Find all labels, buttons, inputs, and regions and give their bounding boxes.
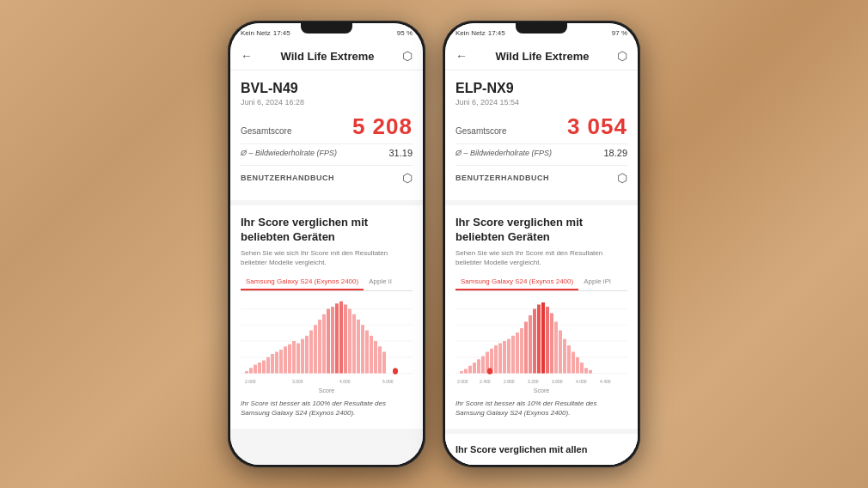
- chart-1: 2.000 3.000 4.000 5.000: [241, 298, 413, 384]
- svg-rect-63: [524, 322, 528, 374]
- score-value-1: 5 208: [352, 113, 413, 140]
- svg-rect-9: [262, 361, 266, 374]
- svg-rect-22: [318, 320, 321, 374]
- tab-apple-2[interactable]: Apple iPl: [578, 274, 616, 290]
- app-content-1: BVL-N49 Juni 6, 2024 16:28 Gesamtscore 5…: [230, 70, 423, 465]
- score-row-2: Gesamtscore 3 054: [455, 113, 627, 140]
- svg-rect-65: [533, 309, 536, 374]
- svg-rect-30: [352, 314, 356, 374]
- svg-text:2.400: 2.400: [480, 378, 490, 384]
- svg-rect-6: [249, 368, 253, 373]
- svg-rect-51: [473, 363, 476, 374]
- user-manual-share-icon-1[interactable]: ⬡: [402, 171, 413, 185]
- svg-rect-26: [335, 303, 339, 373]
- tab-samsung-2[interactable]: Samsung Galaxy S24 (Exynos 2400): [455, 274, 578, 290]
- svg-rect-76: [580, 363, 584, 374]
- svg-rect-5: [245, 371, 248, 374]
- svg-rect-77: [584, 368, 588, 373]
- svg-rect-59: [507, 339, 510, 374]
- time-label-1: 17:45: [273, 29, 290, 37]
- svg-rect-52: [477, 359, 480, 373]
- score-section-1: BVL-N49 Juni 6, 2024 16:28 Gesamtscore 5…: [230, 70, 423, 200]
- svg-rect-56: [494, 345, 498, 374]
- device-name-1: BVL-N49: [241, 81, 413, 96]
- fps-row-2: Ø – Bildwiederholrate (FPS) 18.29: [455, 143, 627, 162]
- svg-rect-60: [511, 336, 515, 374]
- app-header-1: ← Wild Life Extreme ⬡: [230, 42, 423, 70]
- svg-rect-24: [327, 309, 330, 374]
- svg-rect-23: [322, 314, 326, 374]
- svg-text:2.000: 2.000: [457, 378, 468, 384]
- network-label-2: Kein Netz: [455, 29, 486, 37]
- tabs-2: Samsung Galaxy S24 (Exynos 2400) Apple i…: [455, 274, 627, 291]
- svg-rect-8: [258, 363, 261, 374]
- comparison-title-1: Ihr Score verglichen mit beliebten Gerät…: [241, 216, 413, 245]
- svg-rect-70: [554, 322, 558, 374]
- bottom-section-2: Ihr Score verglichen mit allen: [445, 434, 638, 465]
- user-manual-row-2: BENUTZERHANDBUCH ⬡: [455, 165, 627, 190]
- svg-rect-67: [541, 302, 545, 374]
- svg-rect-74: [572, 352, 575, 374]
- score-value-2: 3 054: [567, 113, 627, 140]
- svg-rect-7: [254, 365, 257, 374]
- svg-rect-17: [296, 344, 300, 374]
- back-button-2[interactable]: ←: [455, 49, 468, 63]
- time-label-2: 17:45: [488, 29, 505, 37]
- comparison-section-2: Ihr Score verglichen mit beliebten Gerät…: [445, 205, 638, 429]
- score-label-1: Gesamtscore: [241, 126, 291, 136]
- svg-rect-16: [292, 341, 296, 374]
- camera-notch-1: [301, 23, 352, 34]
- svg-rect-50: [468, 366, 472, 374]
- tab-samsung-1[interactable]: Samsung Galaxy S24 (Exynos 2400): [241, 274, 364, 290]
- user-manual-share-icon-2[interactable]: ⬡: [617, 171, 627, 185]
- svg-rect-49: [464, 369, 468, 374]
- svg-rect-71: [559, 331, 562, 374]
- svg-rect-53: [481, 357, 485, 374]
- svg-rect-31: [357, 320, 360, 374]
- tab-apple-1[interactable]: Apple iI: [364, 274, 397, 290]
- bottom-section-title-2: Ihr Score verglichen mit allen: [455, 444, 627, 454]
- svg-rect-57: [498, 344, 502, 374]
- camera-notch-2: [516, 23, 567, 34]
- svg-text:4.400: 4.400: [600, 378, 610, 384]
- share-button-1[interactable]: ⬡: [402, 49, 413, 63]
- fps-row-1: Ø – Bildwiederholrate (FPS) 31.19: [241, 143, 413, 162]
- fps-value-2: 18.29: [603, 148, 627, 158]
- svg-rect-35: [374, 341, 377, 374]
- comparison-title-2: Ihr Score verglichen mit beliebten Gerät…: [455, 216, 627, 245]
- share-button-2[interactable]: ⬡: [617, 49, 627, 63]
- svg-rect-69: [550, 314, 553, 374]
- svg-text:4.000: 4.000: [339, 378, 350, 384]
- svg-rect-66: [537, 305, 541, 374]
- result-text-1: Ihr Score ist besser als 100% der Result…: [241, 399, 413, 418]
- svg-rect-18: [301, 339, 304, 374]
- svg-rect-27: [339, 302, 343, 374]
- svg-rect-28: [344, 305, 347, 374]
- result-text-2: Ihr Score ist besser als 10% der Resulta…: [455, 399, 627, 418]
- svg-text:3.600: 3.600: [552, 378, 562, 384]
- svg-text:4.000: 4.000: [576, 378, 586, 384]
- phone-1: Kein Netz 17:45 95 % ← Wild Life Extreme…: [228, 21, 425, 467]
- svg-rect-11: [271, 354, 274, 374]
- app-title-1: Wild Life Extreme: [253, 50, 402, 63]
- device-date-2: Juni 6, 2024 15:54: [455, 98, 627, 107]
- svg-rect-62: [520, 328, 523, 374]
- comparison-desc-1: Sehen Sie wie sich Ihr Score mit den Res…: [241, 248, 413, 267]
- svg-text:3.000: 3.000: [292, 378, 303, 384]
- svg-rect-14: [284, 346, 287, 373]
- device-name-2: ELP-NX9: [455, 81, 627, 96]
- chart-label-2: Score: [455, 387, 627, 393]
- battery-label-1: 95 %: [397, 29, 413, 37]
- svg-rect-48: [460, 371, 463, 374]
- svg-rect-20: [309, 331, 313, 374]
- back-button-1[interactable]: ←: [241, 49, 253, 63]
- svg-text:2.000: 2.000: [245, 378, 255, 384]
- score-label-2: Gesamtscore: [455, 126, 506, 136]
- svg-rect-72: [563, 339, 566, 374]
- svg-point-38: [393, 368, 398, 375]
- svg-rect-78: [589, 370, 592, 374]
- user-manual-label-2: BENUTZERHANDBUCH: [455, 174, 549, 182]
- svg-rect-13: [279, 350, 283, 374]
- svg-rect-32: [361, 325, 364, 373]
- svg-rect-58: [503, 341, 506, 374]
